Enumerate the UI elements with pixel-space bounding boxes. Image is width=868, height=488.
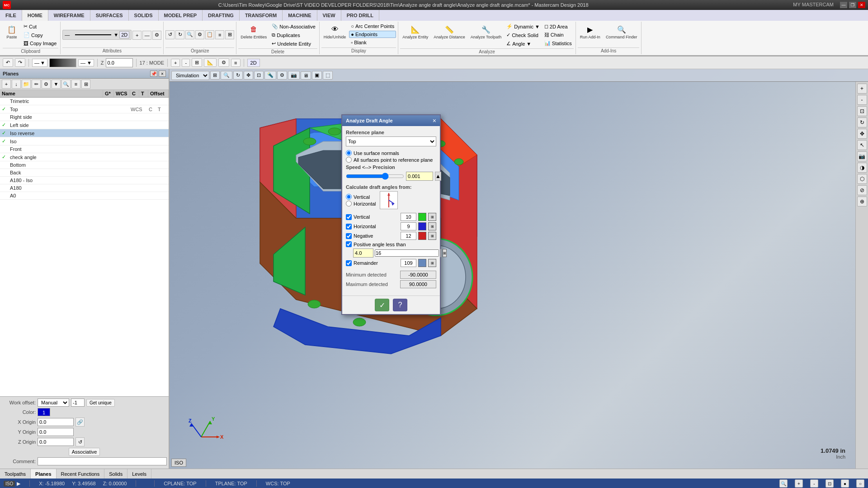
associative-button[interactable]: Associative — [69, 448, 100, 456]
rt-btn-zoom-out[interactable]: - — [857, 95, 867, 105]
pos-angle-value[interactable] — [353, 249, 373, 258]
plane-item-a180-iso[interactable]: A180 - Iso — [0, 177, 169, 184]
rt-btn-snap[interactable]: ⊕ — [857, 197, 867, 206]
tab-drafting[interactable]: DRAFTING — [203, 10, 240, 21]
dialog-help-button[interactable]: ? — [393, 299, 407, 311]
col-g[interactable]: G* — [103, 90, 114, 97]
iso-badge[interactable]: ISO — [171, 459, 186, 467]
duplicates-button[interactable]: ⧉ Duplicates — [270, 31, 317, 39]
tab-planes[interactable]: Planes — [31, 469, 56, 479]
analyze-toolpath-button[interactable]: 🔧 Analyze Toolpath — [468, 23, 504, 41]
x-origin-input[interactable] — [38, 418, 74, 426]
rt-btn-select[interactable]: ↖ — [857, 140, 867, 150]
x-origin-link-btn[interactable]: 🔗 — [75, 418, 85, 427]
z-origin-input[interactable] — [38, 438, 74, 446]
toolbar-btn-layers[interactable]: ≡ — [231, 59, 240, 67]
plane-item-front[interactable]: Front — [0, 145, 169, 153]
plane-item-a180[interactable]: A180 — [0, 184, 169, 192]
tab-pro-drill[interactable]: PRO DRILL — [341, 10, 379, 21]
organize-btn-7[interactable]: ⊞ — [225, 30, 234, 39]
planes-filter-btn[interactable]: ▼ — [52, 80, 61, 89]
toolbar-btn-measure[interactable]: 📐 — [204, 58, 217, 67]
maximize-button[interactable]: ❐ — [849, 2, 856, 8]
organize-btn-1[interactable]: ↺ — [165, 30, 175, 39]
col-wcs[interactable]: WCS — [114, 90, 130, 97]
attributes-btn-2[interactable]: — — [142, 31, 151, 40]
col-t[interactable]: T — [139, 90, 148, 97]
work-offset-select[interactable]: Manual Automatic — [38, 399, 69, 407]
negative-color-picker[interactable]: ⊞ — [428, 232, 436, 240]
statusbar-btn-3[interactable]: - — [810, 479, 818, 488]
plane-item-iso[interactable]: ✓ Iso — [0, 137, 169, 145]
rt-btn-fit[interactable]: ⊡ — [857, 106, 867, 116]
remainder-num[interactable] — [401, 259, 416, 267]
col-offset[interactable]: Offset — [148, 90, 169, 97]
pos-angle-color[interactable] — [440, 249, 441, 257]
check-solid-button[interactable]: ✓ Check Solid — [505, 31, 542, 39]
pos-angle-check[interactable] — [346, 241, 352, 247]
get-unique-button[interactable]: Get unique — [86, 399, 115, 407]
horizontal-check[interactable] — [346, 224, 352, 230]
line-type-selector[interactable] — [75, 34, 111, 35]
toolbar-line-style[interactable]: —▼ — [32, 59, 47, 67]
planes-grid-btn[interactable]: ⊞ — [81, 80, 90, 89]
precision-input[interactable] — [406, 172, 433, 181]
minimize-button[interactable]: — — [840, 2, 847, 8]
dialog-close-button[interactable]: × — [433, 117, 436, 124]
plane-item-a0[interactable]: A0 — [0, 192, 169, 200]
plane-item-right[interactable]: Right side — [0, 113, 169, 121]
toolbar-redo[interactable]: ↷ — [15, 58, 25, 67]
tab-view[interactable]: VIEW — [317, 10, 341, 21]
dynamic-button[interactable]: ⚡ Dynamic ▼ — [505, 23, 542, 30]
negative-num[interactable] — [401, 232, 416, 240]
viewport[interactable]: Simulation ⊞ 🔍 ↻ ✥ ⊡ 🔦 ⚙ 📷 🖥 ▣ ⬚ + — [170, 69, 868, 469]
view-btn-10[interactable]: ▣ — [312, 71, 322, 80]
view-btn-3[interactable]: ↻ — [233, 71, 243, 80]
view-select[interactable]: Simulation — [171, 71, 209, 80]
copy-image-button[interactable]: 🖼 Copy Image — [22, 40, 58, 47]
horizontal-num[interactable] — [401, 222, 416, 230]
comment-input[interactable] — [38, 457, 167, 465]
remainder-color-picker[interactable]: ⊞ — [428, 259, 436, 267]
tab-transform[interactable]: TRANSFORM — [240, 10, 283, 21]
y-origin-input[interactable] — [38, 428, 74, 436]
dialog-ok-button[interactable]: ✓ — [375, 299, 389, 311]
tab-toolpaths[interactable]: Toolpaths — [0, 469, 31, 479]
command-finder-button[interactable]: 🔍 Command Finder — [604, 23, 640, 41]
precision-btn[interactable]: ▲ — [435, 172, 441, 181]
endpoints-button[interactable]: ● Endpoints — [349, 31, 396, 38]
planes-search-btn[interactable]: 🔍 — [61, 80, 71, 89]
2d-label[interactable]: 2D — [247, 59, 260, 67]
rt-btn-shading[interactable]: ◑ — [857, 163, 867, 173]
z-value-input[interactable] — [106, 58, 133, 67]
tab-home[interactable]: HOME — [22, 10, 48, 21]
hide-unhide-button[interactable]: 👁 Hide/Unhide — [321, 23, 349, 41]
rt-btn-rotate[interactable]: ↻ — [857, 117, 867, 127]
view-btn-9[interactable]: 🖥 — [301, 71, 311, 80]
angle-button[interactable]: ∠ Angle ▼ — [505, 40, 542, 47]
area-2d-button[interactable]: ◻ 2D Area — [542, 23, 574, 30]
undelete-button[interactable]: ↩ Undelete Entity — [270, 40, 317, 47]
cut-button[interactable]: ✂ Cut — [22, 23, 58, 30]
organize-btn-5[interactable]: 📋 — [205, 30, 214, 39]
planes-settings-btn[interactable]: ⚙ — [42, 80, 51, 89]
non-assoc-button[interactable]: 📎 Non-Associative — [270, 23, 317, 30]
horizontal-color[interactable] — [418, 222, 426, 230]
z-origin-refresh-btn[interactable]: ↺ — [75, 437, 85, 446]
radio-all-surfaces[interactable]: All surfaces point to reference plane — [346, 157, 436, 163]
plane-item-left[interactable]: ✓ Left side — [0, 121, 169, 129]
radio-use-surface-normals[interactable]: Use surface normals — [346, 150, 436, 156]
tab-file[interactable]: FILE — [0, 10, 22, 21]
planes-add-button[interactable]: + — [2, 80, 11, 89]
tab-recent-functions[interactable]: Recent Functions — [57, 469, 105, 479]
vertical-color-picker[interactable]: ⊞ — [428, 213, 436, 221]
rt-btn-camera[interactable]: 📷 — [857, 151, 867, 161]
panel-pin-button[interactable]: 📌 — [150, 70, 157, 77]
remainder-color[interactable] — [418, 259, 426, 267]
run-addin-button[interactable]: ▶ Run Add-In — [578, 23, 603, 41]
statusbar-btn-4[interactable]: ⊡ — [826, 479, 834, 488]
close-button[interactable]: ✕ — [858, 2, 865, 8]
toolbar-line-color[interactable] — [49, 58, 76, 67]
chain-button[interactable]: ⛓ Chain — [542, 31, 574, 38]
paste-button[interactable]: 📋 Paste — [3, 23, 21, 41]
